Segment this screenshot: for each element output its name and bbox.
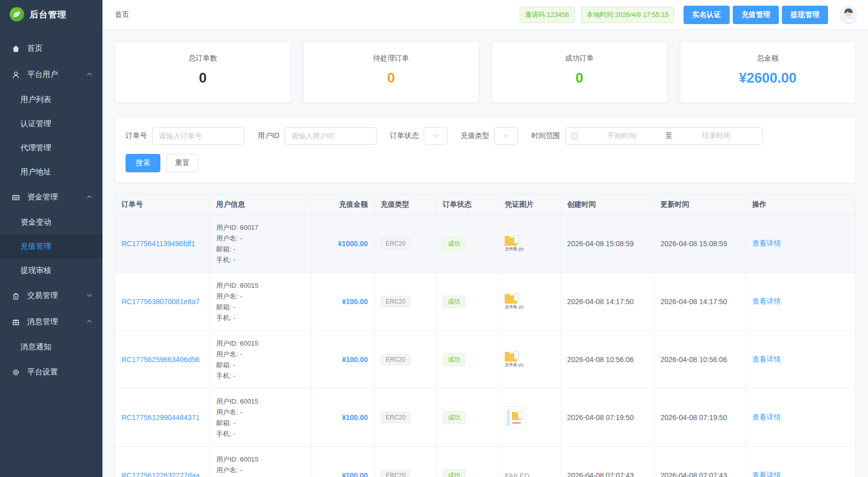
header-button-提现管理[interactable]: 提现管理 (782, 6, 828, 24)
voucher-failed-text: FAILED (505, 472, 529, 477)
action-cell: 查看详情 (746, 331, 856, 389)
voucher-thumbnail[interactable]: 文件夹 (2) (505, 235, 523, 252)
page-content: 总订单数0待处理订单0成功订单0总金额¥2600.00 订单号 用户ID 订单状… (102, 30, 868, 477)
order-status-label: 订单状态 (390, 131, 419, 141)
sidebar-item-label: 平台用户 (27, 70, 58, 80)
created-time-cell: 2026-04-08 07:19:50 (561, 389, 654, 447)
bag-icon (11, 291, 20, 301)
updated-time-cell: 2026-04-08 14:17:50 (654, 273, 746, 331)
voucher-thumbnail[interactable]: 文件夹 (2) (505, 293, 523, 310)
order-link[interactable]: RC17756129904484371 (121, 413, 200, 422)
filter-panel: 订单号 用户ID 订单状态 充值类型 (115, 116, 856, 183)
order-link[interactable]: RC17756122632727daa (121, 471, 200, 477)
user-id-input[interactable] (284, 127, 377, 145)
view-detail-link[interactable]: 查看详情 (752, 297, 781, 305)
stat-card-总订单数: 总订单数0 (115, 41, 291, 103)
order-link[interactable]: RC17756259663406d56 (121, 355, 200, 364)
stat-value: 0 (304, 70, 479, 86)
sidebar-subitem-用户地址[interactable]: 用户地址 (0, 160, 102, 184)
folder-icon (505, 237, 517, 246)
reset-button[interactable]: 重置 (167, 154, 198, 172)
user-info-line: 用户ID: 60015 (216, 454, 305, 465)
amount-value: ¥100.00 (342, 471, 368, 477)
chevron-down-icon (87, 292, 92, 297)
amount-value: ¥100.00 (342, 297, 368, 306)
sidebar-nav: 首页平台用户用户列表认证管理代理管理用户地址资金管理资金变动充值管理提现审核交易… (0, 35, 102, 385)
sidebar-item-首页[interactable]: 首页 (0, 35, 102, 62)
sidebar-subitem-充值管理[interactable]: 充值管理 (0, 234, 102, 259)
user-info-line: 手机: - (216, 370, 305, 381)
header-button-实名认证[interactable]: 实名认证 (684, 6, 730, 24)
document-icon (514, 235, 519, 243)
user-info-cell: 用户ID: 60015用户名: -邮箱: -手机: - (210, 389, 312, 447)
table-row: RC17756122632727daa用户ID: 60015用户名: -邮箱: … (115, 447, 856, 477)
recharge-type-select[interactable] (494, 127, 518, 145)
sidebar-subitem-认证管理[interactable]: 认证管理 (0, 112, 102, 136)
updated-time-cell: 2026-04-08 07:19:50 (654, 389, 746, 447)
order-no-input[interactable] (152, 127, 244, 145)
sidebar-item-label: 交易管理 (27, 291, 58, 301)
recharge-type-tag: ERC20 (381, 470, 411, 477)
sidebar-subitem-提现审核[interactable]: 提现审核 (0, 259, 102, 283)
amount-value: ¥100.00 (342, 355, 368, 364)
user-info-cell: 用户ID: 60017用户名: -邮箱: -手机: - (210, 215, 312, 273)
folder-icon (505, 295, 517, 304)
chevron-up-icon (87, 73, 92, 78)
amount-cell: ¥100.00 (312, 389, 374, 447)
sidebar-item-平台设置[interactable]: 平台设置 (0, 359, 102, 385)
clock-icon (571, 132, 578, 140)
order-no-cell: RC17756259663406d56 (115, 331, 210, 389)
sidebar-item-平台用户[interactable]: 平台用户 (0, 62, 102, 88)
order-no-cell: RC17756129904484371 (115, 389, 210, 447)
view-detail-link[interactable]: 查看详情 (752, 413, 781, 421)
user-info-cell: 用户ID: 60015用户名: -邮箱: -手机: - (210, 447, 312, 477)
sidebar: 后台管理 首页平台用户用户列表认证管理代理管理用户地址资金管理资金变动充值管理提… (0, 0, 102, 477)
stat-value: 0 (492, 70, 667, 86)
status-cell: 成功 (437, 273, 499, 331)
user-info-line: 用户名: - (216, 407, 305, 418)
sidebar-item-label: 资金管理 (27, 192, 58, 202)
sidebar-subitem-消息通知[interactable]: 消息通知 (0, 335, 102, 359)
header-button-充值管理[interactable]: 充值管理 (733, 6, 779, 24)
stat-card-总金额: 总金额¥2600.00 (680, 41, 856, 103)
user-avatar[interactable] (839, 6, 858, 24)
sidebar-item-交易管理[interactable]: 交易管理 (0, 283, 102, 309)
app-root: 后台管理 首页平台用户用户列表认证管理代理管理用户地址资金管理资金变动充值管理提… (0, 0, 868, 477)
column-header-充值金额: 充值金额 (312, 195, 374, 215)
order-link[interactable]: RC1775638070081e8a7 (121, 297, 200, 306)
orders-table-container: 订单号用户信息充值金额充值类型订单状态凭证图片创建时间更新时间操作 RC1775… (115, 194, 856, 477)
view-detail-link[interactable]: 查看详情 (752, 355, 781, 363)
voucher-thumbnail[interactable]: 文件夹 (2) (505, 351, 523, 368)
recharge-type-tag: ERC20 (381, 238, 411, 249)
sidebar-subitem-资金变动[interactable]: 资金变动 (0, 210, 102, 234)
updated-time-cell: 2026-04-08 10:56:06 (654, 331, 746, 389)
user-info-line: 手机: - (216, 254, 305, 265)
sidebar-item-资金管理[interactable]: 资金管理 (0, 184, 102, 210)
voucher-thumbnail[interactable] (505, 406, 526, 429)
user-info-line: 用户ID: 60015 (216, 280, 305, 291)
time-range-input[interactable]: 开始时间 至 结束时间 (565, 127, 762, 145)
chevron-up-icon (87, 195, 92, 201)
home-icon (11, 44, 20, 53)
sidebar-subitem-代理管理[interactable]: 代理管理 (0, 136, 102, 160)
sidebar-item-消息管理[interactable]: 消息管理 (0, 309, 102, 335)
gift-icon (11, 317, 20, 327)
updated-time-cell: 2026-04-08 15:08:59 (654, 215, 746, 273)
table-row: RC1775638070081e8a7用户ID: 60015用户名: -邮箱: … (115, 273, 856, 331)
sidebar-subitem-用户列表[interactable]: 用户列表 (0, 88, 102, 112)
search-button[interactable]: 搜索 (126, 154, 160, 172)
view-detail-link[interactable]: 查看详情 (752, 239, 781, 247)
recharge-type-label: 充值类型 (461, 131, 489, 141)
view-detail-link[interactable]: 查看详情 (752, 471, 781, 477)
amount-cell: ¥100.00 (312, 273, 374, 331)
topbar: 首页 邀请码:123456 本地时间:2026/4/8 17:55:15 实名认… (102, 0, 868, 30)
column-header-订单号: 订单号 (115, 195, 210, 215)
order-status-select[interactable] (424, 127, 447, 145)
sidebar-item-label: 平台设置 (27, 367, 58, 377)
stat-value: ¥2600.00 (680, 70, 856, 86)
table-row: RC1775641139496fdf1用户ID: 60017用户名: -邮箱: … (115, 215, 856, 273)
thumbnail-caption-bar (512, 422, 521, 424)
order-link[interactable]: RC1775641139496fdf1 (121, 240, 195, 248)
stat-card-成功订单: 成功订单0 (491, 41, 668, 103)
action-cell: 查看详情 (746, 447, 856, 477)
